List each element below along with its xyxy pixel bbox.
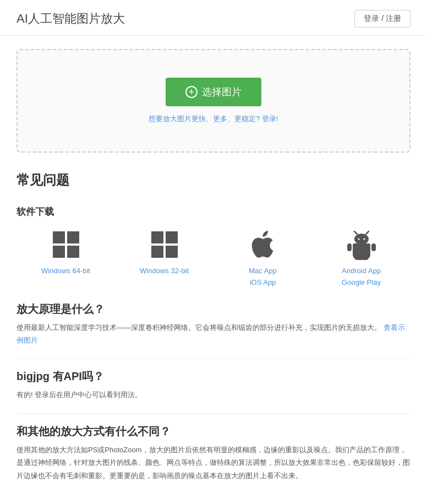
select-image-button[interactable]: + 选择图片 — [166, 78, 261, 106]
faq-section: 常见问题 软件下载 Windows 64-bit — [0, 166, 427, 504]
windows64-icon — [50, 228, 83, 261]
svg-rect-7 — [166, 246, 178, 258]
svg-rect-6 — [151, 246, 163, 258]
select-image-label: 选择图片 — [202, 85, 242, 99]
download-grid: Windows 64-bit Windows 32-bit — [17, 228, 410, 289]
windows32-icon — [148, 228, 181, 261]
download-item-win32[interactable]: Windows 32-bit — [115, 228, 214, 289]
download-label-win64: Windows 64-bit — [17, 265, 115, 277]
svg-rect-18 — [364, 253, 368, 260]
svg-rect-1 — [67, 231, 79, 243]
faq-question-1: 放大原理是什么？ — [17, 302, 410, 317]
login-button[interactable]: 登录 / 注册 — [354, 10, 410, 28]
upload-hint[interactable]: 想要放大图片更快、更多、更稳定? 登录! — [29, 114, 398, 124]
page-title: AI人工智能图片放大 — [17, 10, 125, 27]
faq-question-3: 和其他的放大方式有什么不同？ — [17, 424, 410, 439]
win64-link[interactable]: Windows 64-bit — [41, 267, 90, 275]
download-label-android: Android App Google Play — [312, 265, 410, 289]
faq-item-1: 放大原理是什么？ 使用最新人工智能深度学习技术——深度卷积神经网络。它会将噪点和… — [17, 302, 410, 347]
android-app-link[interactable]: Android App — [342, 267, 381, 275]
upload-area: + 选择图片 想要放大图片更快、更多、更稳定? 登录! — [17, 49, 410, 153]
download-section-title: 软件下载 — [17, 205, 410, 218]
faq-question-2: bigjpg 有API吗？ — [17, 369, 410, 384]
download-label-win32: Windows 32-bit — [115, 265, 214, 277]
faq-item-3: 和其他的放大方式有什么不同？ 使用其他的放大方法如PS或PhotoZoom，放大… — [17, 424, 410, 482]
faq-answer-2: 有的! 登录后在用户中心可以看到用法。 — [17, 388, 410, 401]
svg-line-11 — [354, 231, 357, 234]
svg-point-14 — [363, 239, 365, 240]
download-item-android[interactable]: Android App Google Play — [312, 228, 410, 289]
svg-rect-10 — [353, 243, 370, 254]
apple-icon — [247, 228, 280, 261]
download-item-apple[interactable]: Mac App iOS App — [214, 228, 312, 289]
svg-rect-15 — [347, 243, 352, 251]
faq-answer-1-text: 使用最新人工智能深度学习技术——深度卷积神经网络。它会将噪点和锯齿的部分进行补充… — [17, 323, 381, 332]
win32-link[interactable]: Windows 32-bit — [140, 267, 189, 275]
svg-rect-2 — [53, 246, 65, 258]
svg-rect-3 — [67, 246, 79, 258]
plus-circle-icon: + — [185, 86, 198, 98]
svg-rect-5 — [166, 231, 178, 243]
google-play-link[interactable]: Google Play — [342, 278, 381, 286]
mac-app-link[interactable]: Mac App — [249, 267, 277, 275]
svg-point-9 — [354, 234, 369, 245]
svg-line-12 — [366, 231, 369, 234]
header: AI人工智能图片放大 登录 / 注册 — [0, 0, 427, 36]
download-label-apple: Mac App iOS App — [214, 265, 312, 289]
faq-answer-1: 使用最新人工智能深度学习技术——深度卷积神经网络。它会将噪点和锯齿的部分进行补充… — [17, 321, 410, 347]
svg-point-13 — [358, 239, 359, 240]
faq-answer-3: 使用其他的放大方法如PS或PhotoZoom，放大的图片后依然有明显的模糊感，边… — [17, 443, 410, 482]
divider-2 — [17, 414, 410, 414]
android-icon — [345, 228, 378, 261]
svg-rect-17 — [355, 253, 359, 260]
ios-app-link[interactable]: iOS App — [250, 278, 276, 286]
upload-hint-text: 想要放大图片更快、更多、更稳定? 登录! — [149, 115, 278, 123]
svg-rect-4 — [151, 231, 163, 243]
faq-item-2: bigjpg 有API吗？ 有的! 登录后在用户中心可以看到用法。 — [17, 369, 410, 401]
divider-1 — [17, 359, 410, 359]
svg-rect-0 — [53, 231, 65, 243]
faq-main-title: 常见问题 — [17, 171, 410, 194]
download-item-win64[interactable]: Windows 64-bit — [17, 228, 115, 289]
svg-rect-16 — [371, 243, 376, 251]
